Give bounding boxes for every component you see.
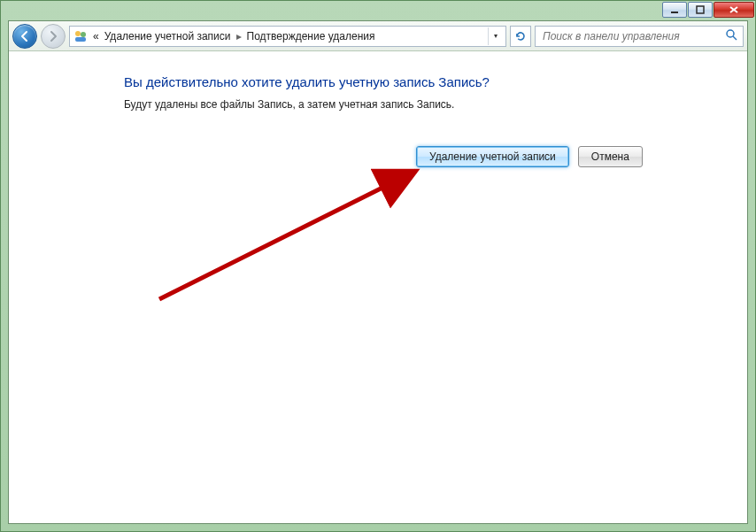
svg-line-8 [733,36,737,40]
titlebar-controls [661,2,754,19]
svg-rect-1 [697,6,704,13]
user-accounts-icon [73,29,88,43]
annotation-arrow [142,158,443,308]
action-row: Удаление учетной записи Отмена [124,146,747,167]
navigation-bar: « Удаление учетной записи ▸ Подтверждени… [9,21,747,51]
svg-point-7 [727,30,734,37]
breadcrumb-dropdown[interactable]: ▾ [488,27,502,45]
back-arrow-icon [19,30,31,42]
breadcrumb-prefix: « [93,30,99,42]
forward-arrow-icon [47,30,59,42]
svg-point-4 [75,31,81,36]
minimize-icon [670,5,679,14]
refresh-button[interactable] [510,26,531,47]
page-subtext: Будут удалены все файлы Запись, а затем … [124,98,747,111]
close-icon [729,5,739,14]
svg-point-5 [81,32,86,37]
chevron-right-icon: ▸ [236,30,242,42]
svg-rect-6 [75,37,86,42]
delete-account-button[interactable]: Удаление учетной записи [416,146,569,167]
forward-button[interactable] [41,24,66,49]
minimize-button[interactable] [662,2,687,18]
breadcrumb-item-2[interactable]: Подтверждение удаления [247,30,375,42]
svg-line-9 [159,171,416,299]
search-input[interactable] [541,29,720,43]
svg-rect-0 [671,12,678,13]
close-button[interactable] [714,2,754,18]
search-icon[interactable] [725,28,737,43]
cancel-button[interactable]: Отмена [578,146,643,167]
page-heading: Вы действительно хотите удалить учетную … [124,74,747,89]
breadcrumb-item-1[interactable]: Удаление учетной записи [104,30,231,42]
maximize-icon [696,5,705,14]
explorer-window: « Удаление учетной записи ▸ Подтверждени… [8,20,748,524]
search-box[interactable] [535,26,744,47]
address-breadcrumb[interactable]: « Удаление учетной записи ▸ Подтверждени… [69,26,506,47]
maximize-button[interactable] [688,2,713,18]
back-button[interactable] [12,24,37,49]
refresh-icon [514,30,527,42]
window-frame: « Удаление учетной записи ▸ Подтверждени… [0,0,756,532]
content-area: Вы действительно хотите удалить учетную … [9,51,747,523]
